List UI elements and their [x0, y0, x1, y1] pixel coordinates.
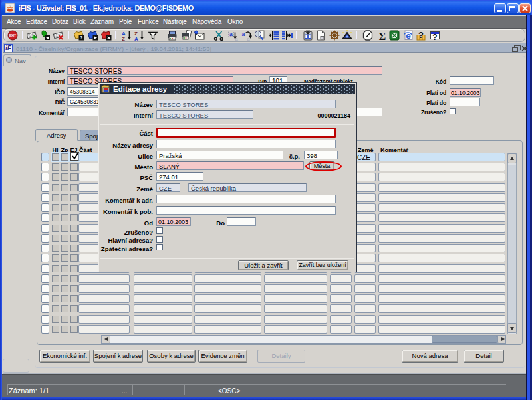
svg-text:?: ? — [432, 33, 437, 41]
svg-text:Z: Z — [122, 36, 125, 41]
svg-text:a: a — [235, 36, 239, 41]
svg-text:a: a — [229, 31, 233, 37]
svg-text:Σ: Σ — [379, 31, 386, 41]
svg-text:e: e — [406, 31, 411, 41]
svg-text:A: A — [134, 36, 138, 41]
svg-text:EXIT: EXIT — [9, 34, 16, 37]
svg-text:?: ? — [80, 35, 82, 40]
svg-text:a: a — [242, 31, 245, 37]
svg-text:?: ? — [418, 30, 424, 40]
